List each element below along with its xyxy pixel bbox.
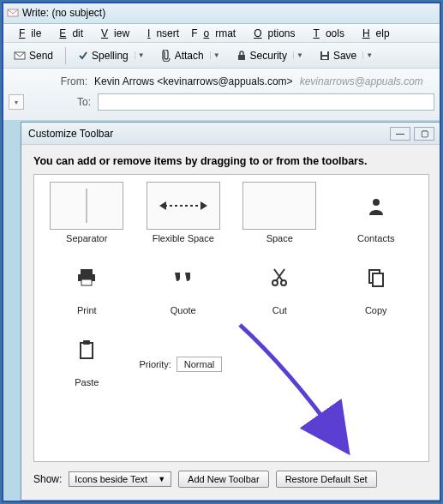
item-space[interactable]: Space bbox=[236, 182, 324, 243]
svg-rect-18 bbox=[81, 343, 93, 358]
attach-button[interactable]: Attach ▼ bbox=[156, 48, 228, 63]
save-button[interactable]: Save ▼ bbox=[314, 48, 380, 63]
menu-help[interactable]: Help bbox=[350, 26, 396, 41]
item-quote[interactable]: Quote bbox=[140, 254, 228, 315]
send-button[interactable]: Send bbox=[9, 48, 58, 63]
svg-rect-4 bbox=[322, 51, 327, 55]
attach-label: Attach bbox=[175, 50, 204, 62]
contacts-icon bbox=[339, 182, 413, 230]
menubar: File Edit View Insert Format Options Too… bbox=[2, 24, 441, 43]
priority-label: Priority: bbox=[140, 359, 171, 369]
item-label: Flexible Space bbox=[153, 233, 214, 243]
toolbar-items-palette[interactable]: Separator Flexible Space Space Contacts bbox=[33, 174, 429, 462]
show-mode-select[interactable]: Icons beside Text ▼ bbox=[69, 471, 171, 487]
field-dropdown-icon[interactable]: ▾ bbox=[9, 94, 24, 110]
toolbar-separator bbox=[65, 47, 66, 64]
cut-icon bbox=[242, 254, 316, 302]
save-icon bbox=[320, 51, 330, 61]
add-new-toolbar-button[interactable]: Add New Toolbar bbox=[178, 471, 269, 488]
dialog-titlebar: Customize Toolbar — ▢ bbox=[21, 123, 441, 145]
svg-point-8 bbox=[373, 199, 380, 206]
item-label: Separator bbox=[66, 233, 107, 243]
minimize-button[interactable]: — bbox=[390, 127, 410, 141]
item-label: Print bbox=[77, 305, 97, 315]
compose-icon bbox=[7, 7, 19, 19]
priority-value: Normal bbox=[184, 359, 214, 369]
save-label: Save bbox=[333, 50, 356, 62]
svg-rect-5 bbox=[322, 57, 327, 59]
menu-format[interactable]: Format bbox=[185, 26, 242, 41]
svg-rect-17 bbox=[373, 273, 383, 286]
from-label: From: bbox=[9, 75, 94, 87]
item-cut[interactable]: Cut bbox=[236, 254, 324, 315]
to-field[interactable] bbox=[98, 93, 434, 111]
svg-rect-11 bbox=[81, 279, 92, 285]
from-account: kevinarrows@appuals.com bbox=[300, 75, 423, 87]
dialog-bottom-bar: Show: Icons beside Text ▼ Add New Toolba… bbox=[33, 471, 429, 488]
menu-tools[interactable]: Tools bbox=[302, 26, 350, 41]
print-icon bbox=[50, 254, 123, 302]
copy-icon bbox=[339, 254, 413, 302]
svg-line-15 bbox=[274, 269, 283, 281]
dialog-instruction: You can add or remove items by dragging … bbox=[33, 155, 429, 167]
svg-line-14 bbox=[276, 269, 284, 281]
spelling-button[interactable]: Spelling ▼ bbox=[73, 48, 153, 63]
svg-rect-19 bbox=[83, 340, 90, 345]
show-mode-value: Icons beside Text bbox=[75, 474, 147, 484]
svg-rect-9 bbox=[81, 269, 93, 274]
from-row: From: Kevin Arrows <kevinarrows@appuals.… bbox=[9, 72, 434, 91]
item-copy[interactable]: Copy bbox=[332, 254, 421, 315]
header-area: From: Kevin Arrows <kevinarrows@appuals.… bbox=[2, 69, 441, 120]
chevron-down-icon[interactable]: ▼ bbox=[135, 51, 147, 59]
send-icon bbox=[14, 50, 26, 62]
window-titlebar: Write: (no subject) bbox=[2, 2, 441, 24]
item-contacts[interactable]: Contacts bbox=[332, 182, 421, 243]
chevron-down-icon[interactable]: ▼ bbox=[362, 51, 375, 59]
send-label: Send bbox=[29, 50, 53, 62]
compose-toolbar: Send Spelling ▼ Attach ▼ Security ▼ Save… bbox=[2, 43, 441, 69]
menu-file[interactable]: File bbox=[7, 26, 47, 41]
paste-icon bbox=[50, 326, 123, 374]
to-row: ▾ To: bbox=[9, 93, 434, 111]
item-paste[interactable]: Paste bbox=[43, 326, 131, 387]
chevron-down-icon[interactable]: ▼ bbox=[210, 51, 223, 59]
item-label: Quote bbox=[171, 305, 196, 315]
customize-toolbar-dialog: Customize Toolbar — ▢ You can add or rem… bbox=[21, 122, 442, 501]
lock-icon bbox=[236, 50, 247, 62]
menu-options[interactable]: Options bbox=[242, 26, 301, 41]
item-print[interactable]: Print bbox=[43, 254, 131, 315]
from-value[interactable]: Kevin Arrows <kevinarrows@appuals.com> bbox=[94, 75, 293, 87]
to-label: To: bbox=[27, 96, 98, 108]
paperclip-icon bbox=[161, 50, 171, 62]
menu-edit[interactable]: Edit bbox=[47, 26, 89, 41]
item-label: Copy bbox=[365, 305, 387, 315]
dialog-title-text: Customize Toolbar bbox=[28, 128, 113, 140]
spelling-label: Spelling bbox=[92, 50, 129, 62]
priority-select[interactable]: Normal bbox=[177, 357, 222, 372]
restore-default-set-button[interactable]: Restore Default Set bbox=[276, 471, 377, 488]
check-icon bbox=[78, 51, 88, 61]
menu-insert[interactable]: Insert bbox=[135, 26, 185, 41]
item-label: Paste bbox=[75, 377, 99, 387]
item-label: Space bbox=[266, 233, 293, 243]
svg-rect-2 bbox=[238, 55, 245, 60]
item-flexible-space[interactable]: Flexible Space bbox=[140, 182, 228, 243]
chevron-down-icon: ▼ bbox=[158, 475, 165, 483]
chevron-down-icon[interactable]: ▼ bbox=[293, 51, 306, 59]
menu-view[interactable]: View bbox=[89, 26, 135, 41]
security-button[interactable]: Security ▼ bbox=[231, 48, 311, 63]
maximize-button[interactable]: ▢ bbox=[414, 127, 434, 141]
window-title: Write: (no subject) bbox=[22, 7, 105, 19]
item-label: Cut bbox=[272, 305, 287, 315]
item-label: Contacts bbox=[357, 233, 394, 243]
security-label: Security bbox=[250, 50, 287, 62]
show-label: Show: bbox=[33, 473, 62, 485]
quote-icon bbox=[147, 254, 220, 302]
item-separator[interactable]: Separator bbox=[43, 182, 131, 243]
